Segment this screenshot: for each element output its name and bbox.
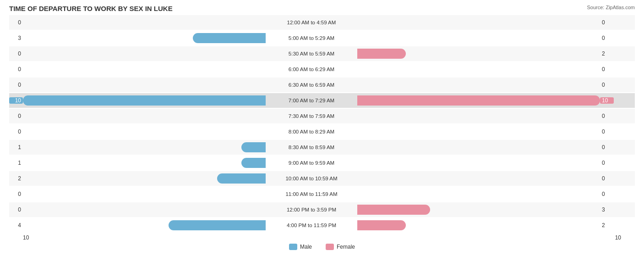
left-value: 0 — [9, 82, 23, 88]
left-bar-area — [23, 95, 266, 106]
right-bar-area — [357, 220, 600, 230]
bar-female — [357, 49, 406, 59]
table-row: 0 5:30 AM to 5:59 AM 2 — [9, 46, 635, 61]
left-value: 0 — [9, 113, 23, 119]
right-value: 10 — [600, 97, 614, 104]
left-bar-area — [23, 189, 266, 199]
left-bar-area — [23, 205, 266, 215]
chart-title: TIME OF DEPARTURE TO WORK BY SEX IN LUKE — [9, 5, 635, 12]
left-bar-area — [23, 220, 266, 230]
right-bar-area — [357, 173, 600, 184]
bar-female — [357, 220, 406, 230]
time-label: 5:00 AM to 5:29 AM — [266, 35, 357, 41]
female-swatch — [326, 244, 334, 250]
right-value: 0 — [600, 66, 614, 72]
right-value: 0 — [600, 144, 614, 150]
legend-male: Male — [289, 244, 312, 250]
right-bar-area — [357, 127, 600, 137]
male-swatch — [289, 244, 297, 250]
right-bar-area — [357, 158, 600, 168]
left-bar-area — [23, 80, 266, 90]
table-row: 0 7:30 AM to 7:59 AM 0 — [9, 109, 635, 123]
right-value: 2 — [600, 222, 614, 228]
left-bar-area — [23, 64, 266, 74]
right-value: 0 — [600, 82, 614, 88]
bar-male — [217, 173, 266, 184]
right-bar-area — [357, 64, 600, 74]
right-bar-area — [357, 189, 600, 199]
left-value: 0 — [9, 206, 23, 213]
left-value: 0 — [9, 191, 23, 197]
time-label: 8:30 AM to 8:59 AM — [266, 145, 357, 150]
male-label: Male — [300, 244, 312, 250]
right-bar-area — [357, 17, 600, 28]
legend-area: Male Female — [9, 244, 635, 250]
left-value: 0 — [9, 50, 23, 57]
left-bar-area — [23, 33, 266, 43]
left-bar-area — [23, 49, 266, 59]
axis-right: 10 — [615, 234, 621, 241]
right-value: 0 — [600, 35, 614, 41]
table-row: 1 8:30 AM to 8:59 AM 0 — [9, 140, 635, 155]
right-value: 0 — [600, 128, 614, 135]
table-row: 0 8:00 AM to 8:29 AM 0 — [9, 124, 635, 139]
legend-female: Female — [326, 244, 355, 250]
bar-female — [357, 95, 600, 106]
right-value: 0 — [600, 191, 614, 197]
bar-male — [241, 142, 266, 152]
bar-female — [357, 205, 430, 215]
left-value: 4 — [9, 222, 23, 228]
time-label: 6:30 AM to 6:59 AM — [266, 82, 357, 88]
right-bar-area — [357, 142, 600, 152]
right-bar-area — [357, 111, 600, 121]
right-value: 2 — [600, 50, 614, 57]
time-label: 5:30 AM to 5:59 AM — [266, 51, 357, 56]
right-value: 0 — [600, 19, 614, 26]
time-label: 7:30 AM to 7:59 AM — [266, 113, 357, 119]
table-row: 0 11:00 AM to 11:59 AM 0 — [9, 187, 635, 201]
left-value: 0 — [9, 128, 23, 135]
table-row: 0 12:00 AM to 4:59 AM 0 — [9, 15, 635, 30]
time-label: 7:00 AM to 7:29 AM — [266, 98, 357, 103]
left-bar-area — [23, 127, 266, 137]
right-value: 0 — [600, 175, 614, 182]
table-row: 1 9:00 AM to 9:59 AM 0 — [9, 156, 635, 170]
bar-male — [169, 220, 266, 230]
left-bar-area — [23, 158, 266, 168]
table-row: 3 5:00 AM to 5:29 AM 0 — [9, 31, 635, 45]
time-label: 11:00 AM to 11:59 AM — [266, 191, 357, 197]
female-label: Female — [337, 244, 355, 250]
left-value: 0 — [9, 66, 23, 72]
time-label: 6:00 AM to 6:29 AM — [266, 67, 357, 72]
left-value: 10 — [9, 97, 23, 104]
source-label: Source: ZipAtlas.com — [587, 5, 635, 10]
right-bar-area — [357, 80, 600, 90]
table-row: 0 6:30 AM to 6:59 AM 0 — [9, 78, 635, 92]
left-value: 1 — [9, 160, 23, 166]
right-bar-area — [357, 205, 600, 215]
table-row: 0 12:00 PM to 3:59 PM 3 — [9, 202, 635, 217]
right-bar-area — [357, 95, 600, 106]
left-bar-area — [23, 173, 266, 184]
left-value: 1 — [9, 144, 23, 150]
chart-container: TIME OF DEPARTURE TO WORK BY SEX IN LUKE… — [0, 0, 644, 273]
left-value: 3 — [9, 35, 23, 41]
right-value: 0 — [600, 160, 614, 166]
table-row: 10 7:00 AM to 7:29 AM 10 — [9, 93, 635, 108]
time-label: 8:00 AM to 8:29 AM — [266, 129, 357, 134]
bar-male — [241, 158, 266, 168]
left-bar-area — [23, 111, 266, 121]
table-row: 2 10:00 AM to 10:59 AM 0 — [9, 171, 635, 186]
time-label: 10:00 AM to 10:59 AM — [266, 176, 357, 181]
left-value: 2 — [9, 175, 23, 182]
right-value: 3 — [600, 206, 614, 213]
bar-male — [193, 33, 266, 43]
right-value: 0 — [600, 113, 614, 119]
bar-male — [23, 95, 266, 106]
time-label: 12:00 PM to 3:59 PM — [266, 207, 357, 212]
table-row: 0 6:00 AM to 6:29 AM 0 — [9, 62, 635, 77]
left-bar-area — [23, 17, 266, 28]
table-row: 4 4:00 PM to 11:59 PM 2 — [9, 218, 635, 233]
axis-left: 10 — [23, 234, 29, 241]
left-value: 0 — [9, 19, 23, 26]
